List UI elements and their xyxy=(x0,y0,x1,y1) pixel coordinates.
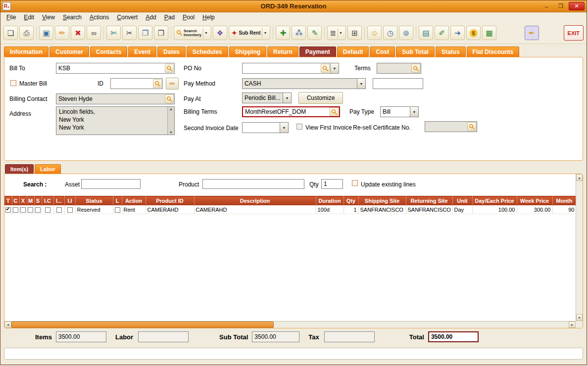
save-button[interactable]: ▣ xyxy=(39,26,53,40)
resell-certificate-input[interactable] xyxy=(425,121,477,132)
row-checkbox-l[interactable] xyxy=(115,207,120,213)
menu-edit[interactable]: Edit xyxy=(24,14,34,21)
edit-note-button[interactable]: ✎ xyxy=(307,26,322,40)
pay-method-select[interactable]: CASH xyxy=(242,78,366,89)
tab-sub-total[interactable]: Sub Total xyxy=(396,46,435,57)
row-checkbox-ii[interactable] xyxy=(67,207,73,213)
bill-to-input[interactable]: KSB xyxy=(56,63,175,74)
total-input[interactable]: 3500.00 xyxy=(428,331,479,342)
view-first-invoice-checkbox[interactable] xyxy=(296,124,302,130)
scroll-right-icon[interactable] xyxy=(569,321,576,328)
terms-input[interactable] xyxy=(377,63,421,74)
find-button[interactable]: ∞ xyxy=(87,26,101,40)
tab-flat-discounts[interactable]: Flat Discounts xyxy=(467,46,520,57)
tab-status[interactable]: Status xyxy=(436,46,466,57)
col-header-returning-site[interactable]: Returning Site xyxy=(406,196,452,205)
col-header-unit[interactable]: Unit xyxy=(452,196,472,205)
col-header-month-price[interactable]: Month xyxy=(552,196,576,205)
group-button[interactable]: ⁂ xyxy=(292,26,306,40)
tab-default[interactable]: Default xyxy=(337,46,369,57)
paste-button[interactable]: ❒ xyxy=(154,26,168,40)
horizontal-scroll-track[interactable] xyxy=(274,321,569,328)
pay-at-select[interactable]: Periodic Bill... xyxy=(242,92,292,103)
scroll-up-icon[interactable] xyxy=(576,174,583,181)
edit-id-button[interactable] xyxy=(166,78,179,90)
tab-payment[interactable]: Payment xyxy=(299,46,336,57)
col-header[interactable]: I... xyxy=(53,196,64,205)
menu-file[interactable]: File xyxy=(6,14,16,21)
col-header-week-price[interactable]: Week Price xyxy=(517,196,552,205)
search-inventory-button[interactable]: SearchInventory xyxy=(174,26,211,40)
search-icon[interactable] xyxy=(165,64,174,73)
col-header[interactable]: M xyxy=(27,196,34,205)
po-no-input[interactable] xyxy=(242,63,339,74)
key-button[interactable]: ➔ xyxy=(450,26,465,40)
col-header-day-each-price[interactable]: Day/Each Price xyxy=(472,196,517,205)
chevron-down-icon[interactable] xyxy=(357,79,365,89)
scroll-left-icon[interactable] xyxy=(4,321,11,328)
chevron-down-icon[interactable] xyxy=(338,28,343,39)
col-header-description[interactable]: Description xyxy=(194,196,316,205)
wand-button[interactable]: ✒ xyxy=(525,26,539,40)
sub-rent-button[interactable]: ✦ Sub Rent xyxy=(229,26,270,40)
add-line-button[interactable]: ✚ xyxy=(276,26,290,40)
menu-actions[interactable]: Actions xyxy=(90,14,109,21)
menu-convert[interactable]: Convert xyxy=(117,14,138,21)
chevron-down-icon[interactable] xyxy=(280,123,288,133)
chevron-down-icon[interactable] xyxy=(283,93,291,103)
database-button[interactable]: ▤ xyxy=(419,26,433,40)
row-checkbox-c[interactable] xyxy=(13,207,18,213)
customer-button[interactable]: ☺ xyxy=(367,26,382,40)
print-list-button[interactable]: ⊞ xyxy=(347,26,362,40)
vertical-scroll-track[interactable] xyxy=(576,181,583,314)
notes-button[interactable]: ✐ xyxy=(435,26,449,40)
tab-items[interactable]: Item(s) xyxy=(5,164,34,174)
row-checkbox-ic[interactable] xyxy=(45,207,50,213)
col-header[interactable]: L xyxy=(113,196,122,205)
col-header-shipping-site[interactable]: Shipping Site xyxy=(358,196,406,205)
menu-pad[interactable]: Pad xyxy=(164,14,175,21)
history-button[interactable]: ◷ xyxy=(383,26,397,40)
col-header-duration[interactable]: Duration xyxy=(316,196,343,205)
money-button[interactable]: $ xyxy=(466,26,481,40)
chevron-down-icon[interactable] xyxy=(262,28,268,39)
search-icon[interactable] xyxy=(165,94,174,103)
tab-labor[interactable]: Labor xyxy=(35,164,61,174)
row-checkbox-s[interactable] xyxy=(35,207,41,213)
billing-terms-input[interactable]: MonthResetOFF_DOM xyxy=(242,106,340,117)
labor-total-input[interactable] xyxy=(138,331,189,342)
tab-dates[interactable]: Dates xyxy=(157,46,186,57)
tab-cost[interactable]: Cost xyxy=(370,46,395,57)
col-header[interactable]: S xyxy=(34,196,42,205)
exit-button[interactable]: EXIT xyxy=(564,25,584,41)
address-textarea[interactable]: Lincoln fields, New York New York xyxy=(56,106,175,135)
row-checkbox-t[interactable] xyxy=(5,207,11,213)
id-input[interactable] xyxy=(110,78,163,89)
scroll-up-icon[interactable] xyxy=(169,107,173,111)
row-checkbox-x[interactable] xyxy=(20,207,26,213)
pay-method-extra-input[interactable] xyxy=(373,78,423,89)
scroll-down-icon[interactable] xyxy=(576,314,583,321)
chevron-down-icon[interactable] xyxy=(410,107,418,117)
tab-return[interactable]: Return xyxy=(267,46,298,57)
customize-button[interactable]: Customize xyxy=(298,92,343,104)
col-header-status[interactable]: Status xyxy=(75,196,113,205)
billing-contact-input[interactable]: Steven Hyde xyxy=(56,93,175,104)
horizontal-scrollbar[interactable] xyxy=(4,321,576,328)
row-checkbox-i[interactable] xyxy=(56,207,62,213)
search-icon[interactable] xyxy=(411,64,420,73)
search-icon[interactable] xyxy=(330,107,339,116)
prism-button[interactable]: ❖ xyxy=(213,26,227,40)
sub-total-input[interactable]: 3500.00 xyxy=(252,331,299,342)
col-header-qty[interactable]: Qty xyxy=(343,196,358,205)
menu-view[interactable]: View xyxy=(42,14,55,21)
copy-button[interactable]: ❐ xyxy=(138,26,152,40)
table-row[interactable]: Reserved Rent CAMERAHD CAMERAHD 100d 1 S… xyxy=(4,205,576,214)
scroll-down-icon[interactable] xyxy=(169,131,173,134)
tax-input[interactable] xyxy=(324,331,375,342)
col-header-action[interactable]: Action xyxy=(122,196,146,205)
items-total-input[interactable]: 3500.00 xyxy=(56,331,106,342)
tab-shipping[interactable]: Shipping xyxy=(229,46,266,57)
pay-type-select[interactable]: Bill xyxy=(380,106,419,117)
maximize-button[interactable]: ❒ xyxy=(554,2,567,10)
